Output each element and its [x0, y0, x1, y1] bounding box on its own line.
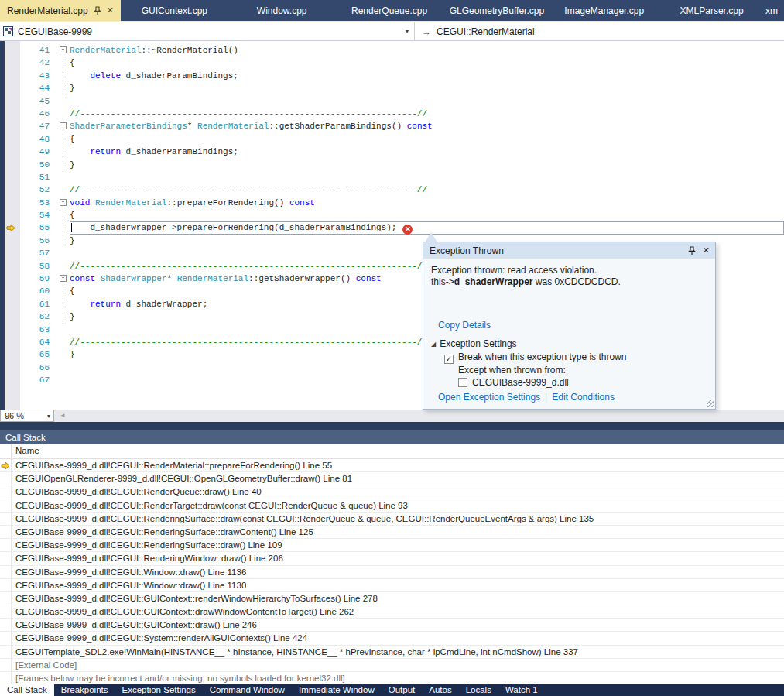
- member-dropdown[interactable]: → CEGUI::RenderMaterial: [415, 22, 784, 40]
- code-text[interactable]: [70, 95, 784, 108]
- code-line[interactable]: 49 return d_shaderParamBindings;: [0, 146, 784, 158]
- scroll-left-icon[interactable]: ◄: [60, 412, 66, 419]
- tab-rendermaterial-active[interactable]: RenderMaterial.cpp ✕: [0, 0, 121, 21]
- fold-column[interactable]: [59, 260, 70, 273]
- editor-margin-cell[interactable]: [0, 298, 20, 310]
- fold-column[interactable]: [59, 70, 70, 82]
- fold-column[interactable]: -: [59, 120, 70, 132]
- code-text[interactable]: ShaderParameterBindings* RenderMaterial:…: [70, 120, 784, 132]
- code-line[interactable]: 45: [0, 95, 784, 108]
- fold-collapse-icon[interactable]: -: [60, 122, 67, 129]
- editor-margin-cell[interactable]: [0, 159, 20, 171]
- chevron-down-icon[interactable]: ▾: [47, 413, 50, 420]
- fold-column[interactable]: [59, 209, 70, 221]
- expander-expanded-icon[interactable]: ◢: [431, 341, 436, 348]
- callstack-frame[interactable]: [External Code]: [0, 659, 784, 672]
- callstack-frame[interactable]: CEGUIBase-9999_d.dll!CEGUI::Window::draw…: [0, 566, 784, 579]
- fold-column[interactable]: [59, 285, 70, 297]
- fold-column[interactable]: [59, 348, 70, 361]
- editor-margin-cell[interactable]: [0, 260, 20, 273]
- callstack-frame[interactable]: CEGUIBase-9999_d.dll!CEGUI::RenderQueue:…: [0, 485, 784, 499]
- code-text[interactable]: //--------------------------------------…: [70, 108, 784, 120]
- code-text[interactable]: //--------------------------------------…: [70, 183, 784, 196]
- editor-margin-cell[interactable]: [0, 108, 20, 120]
- editor-margin-cell[interactable]: [0, 310, 20, 323]
- tab-overflow[interactable]: xm: [765, 0, 784, 21]
- code-text[interactable]: {: [70, 209, 784, 221]
- code-text[interactable]: }: [70, 159, 784, 171]
- panel-tab-output[interactable]: Output: [382, 684, 423, 696]
- callstack-frame[interactable]: [Frames below may be incorrect and/or mi…: [0, 672, 784, 685]
- editor-margin-cell[interactable]: [0, 57, 20, 69]
- close-icon[interactable]: ✕: [107, 6, 114, 15]
- editor-margin-cell[interactable]: [0, 146, 20, 158]
- code-line[interactable]: 44}: [0, 82, 784, 94]
- callstack-frame[interactable]: CEGUITemplate_SDL2.exe!WinMain(HINSTANCE…: [0, 646, 784, 659]
- horizontal-scrollbar[interactable]: ◄: [54, 410, 784, 422]
- editor-margin-cell[interactable]: [0, 82, 20, 94]
- editor-margin-cell[interactable]: [0, 95, 20, 108]
- tab-window-cpp[interactable]: Window.cpp: [228, 0, 336, 21]
- code-text[interactable]: {: [70, 57, 784, 69]
- code-line[interactable]: 52//------------------------------------…: [0, 183, 784, 196]
- editor-margin-cell[interactable]: [0, 171, 20, 183]
- editor-margin-cell[interactable]: [0, 44, 20, 57]
- callstack-frame[interactable]: CEGUIBase-9999_d.dll!CEGUI::RenderingSur…: [0, 539, 784, 552]
- code-text[interactable]: delete d_shaderParamBindings;: [70, 70, 784, 82]
- code-line[interactable]: 48{: [0, 133, 784, 146]
- code-line[interactable]: 42{: [0, 57, 784, 69]
- break-checkbox[interactable]: ✓: [444, 355, 454, 364]
- editor-margin-cell[interactable]: [0, 273, 20, 285]
- callstack-frame[interactable]: CEGUIBase-9999_d.dll!CEGUI::GUIContext::…: [0, 619, 784, 632]
- panel-tab-breakpoints[interactable]: Breakpoints: [54, 684, 115, 696]
- editor-margin-cell[interactable]: [0, 247, 20, 259]
- code-line[interactable]: 47-ShaderParameterBindings* RenderMateri…: [0, 120, 784, 132]
- tab-glgeometrybuffer-cpp[interactable]: GLGeometryBuffer.cpp: [443, 0, 550, 21]
- callstack-frame[interactable]: CEGUIBase-9999_d.dll!CEGUI::RenderingSur…: [0, 513, 784, 526]
- tab-imagemanager-cpp[interactable]: ImageManager.cpp: [550, 0, 658, 21]
- code-text[interactable]: RenderMaterial::~RenderMaterial(): [70, 44, 784, 57]
- fold-column[interactable]: -: [59, 273, 70, 285]
- fold-column[interactable]: [59, 298, 70, 310]
- fold-column[interactable]: [59, 324, 70, 336]
- editor-margin-cell[interactable]: [0, 120, 20, 132]
- fold-column[interactable]: [59, 310, 70, 323]
- code-line[interactable]: 53-void RenderMaterial::prepareForRender…: [0, 197, 784, 209]
- pin-icon[interactable]: [94, 6, 101, 15]
- module-checkbox[interactable]: [458, 378, 467, 387]
- fold-collapse-icon[interactable]: -: [60, 46, 67, 53]
- panel-tab-autos[interactable]: Autos: [422, 684, 458, 696]
- panel-tab-locals[interactable]: Locals: [459, 684, 498, 696]
- code-line[interactable]: 51: [0, 171, 784, 183]
- code-text[interactable]: [70, 171, 784, 183]
- editor-margin-cell[interactable]: [0, 336, 20, 348]
- editor-margin-cell[interactable]: [0, 221, 20, 234]
- code-line[interactable]: 46//------------------------------------…: [0, 108, 784, 120]
- editor-margin-cell[interactable]: [0, 348, 20, 361]
- fold-column[interactable]: [59, 362, 70, 374]
- fold-column[interactable]: [59, 82, 70, 94]
- fold-column[interactable]: [59, 374, 70, 386]
- editor-margin-cell[interactable]: [0, 235, 20, 247]
- fold-column[interactable]: [59, 171, 70, 183]
- panel-tab-exception-settings[interactable]: Exception Settings: [115, 684, 203, 696]
- code-line[interactable]: 43 delete d_shaderParamBindings;: [0, 70, 784, 82]
- fold-column[interactable]: [59, 336, 70, 348]
- code-text[interactable]: {: [70, 133, 784, 146]
- exception-settings-expander[interactable]: ◢Exception Settings: [431, 338, 707, 351]
- code-text[interactable]: void RenderMaterial::prepareForRendering…: [70, 197, 784, 209]
- callstack-frame[interactable]: CEGUIBase-9999_d.dll!CEGUI::RenderTarget…: [0, 499, 784, 513]
- exception-error-icon[interactable]: ✕: [402, 225, 413, 235]
- code-text[interactable]: }: [70, 82, 784, 94]
- callstack-frame[interactable]: CEGUIBase-9999_d.dll!CEGUI::Window::draw…: [0, 579, 784, 592]
- edit-conditions-link[interactable]: Edit Conditions: [552, 392, 615, 403]
- editor-margin-cell[interactable]: [0, 374, 20, 386]
- editor-margin-cell[interactable]: [0, 183, 20, 196]
- fold-column[interactable]: [59, 183, 70, 196]
- scope-dropdown[interactable]: CEGUIBase-9999 ▾: [0, 22, 415, 40]
- resize-grip[interactable]: [707, 400, 714, 407]
- chevron-down-icon[interactable]: ▾: [406, 28, 409, 35]
- callstack-name-column[interactable]: Name: [12, 444, 39, 458]
- callstack-frame[interactable]: CEGUIBase-9999_d.dll!CEGUI::GUIContext::…: [0, 592, 784, 605]
- fold-column[interactable]: [59, 95, 70, 108]
